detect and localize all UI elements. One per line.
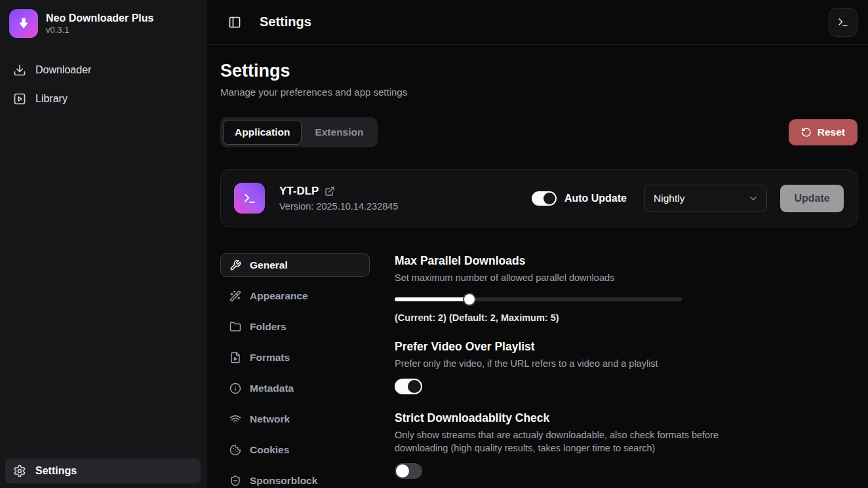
ytdlp-card: YT-DLP Version: 2025.10.14.232845 Auto U… <box>220 169 858 227</box>
settings-nav-cookies[interactable]: Cookies <box>220 438 370 462</box>
settings-nav-label: Cookies <box>250 444 289 456</box>
slider-knob[interactable] <box>463 293 476 306</box>
update-channel-value: Nightly <box>654 193 684 204</box>
wifi-icon <box>229 413 241 425</box>
chevron-down-icon <box>748 193 759 204</box>
setting-title: Strict Downloadablity Check <box>395 411 858 425</box>
app-logo <box>9 9 38 38</box>
settings-page: Settings Manage your preferences and app… <box>207 45 868 488</box>
app-identity: Neo Downloader Plus v0.3.1 <box>46 12 153 36</box>
main-area: Settings Settings Manage your preference… <box>207 0 868 488</box>
update-channel-select[interactable]: Nightly <box>644 185 767 212</box>
sidebar-item-downloader[interactable]: Downloader <box>5 58 202 83</box>
wand-sparkles-icon <box>229 290 241 302</box>
auto-update-toggle[interactable] <box>532 191 557 206</box>
sidebar-item-library[interactable]: Library <box>5 86 202 111</box>
tab-application[interactable]: Application <box>223 120 302 145</box>
page-subtitle: Manage your preferences and app settings <box>220 86 858 98</box>
cookie-icon <box>229 444 241 456</box>
topbar-title: Settings <box>260 14 311 29</box>
gear-icon <box>13 464 26 478</box>
reset-button[interactable]: Reset <box>789 119 858 145</box>
settings-nav-label: Network <box>250 413 290 425</box>
update-button[interactable]: Update <box>780 185 844 212</box>
download-arrow-icon <box>17 17 30 30</box>
slider-fill <box>395 297 469 301</box>
setting-prefer-video: Prefer Video Over Playlist Prefer only t… <box>395 340 858 394</box>
app-window: Neo Downloader Plus v0.3.1 Downloader Li… <box>0 0 868 488</box>
sidebar-item-label: Downloader <box>35 64 91 76</box>
sidebar-item-settings[interactable]: Settings <box>5 459 201 483</box>
settings-nav-label: Formats <box>250 352 290 364</box>
tabs-row: Application Extension Reset <box>220 117 858 147</box>
ytdlp-controls: Auto Update Nightly Update <box>532 185 844 212</box>
setting-description: Set maximum number of allowed parallel d… <box>395 271 858 284</box>
toggle-knob <box>543 193 555 204</box>
app-version: v0.3.1 <box>46 25 153 36</box>
general-settings-panel: Max Parallel Downloads Set maximum numbe… <box>395 253 858 488</box>
settings-tabs: Application Extension <box>220 117 378 147</box>
toggle-knob <box>396 464 409 478</box>
ytdlp-version: Version: 2025.10.14.232845 <box>279 201 398 212</box>
wrench-icon <box>229 259 241 271</box>
setting-description: Only show streams that are actualy downl… <box>395 428 737 455</box>
strict-check-toggle[interactable] <box>395 463 422 479</box>
app-name: Neo Downloader Plus <box>46 12 153 25</box>
settings-nav-folders[interactable]: Folders <box>220 314 370 339</box>
setting-max-parallel-downloads: Max Parallel Downloads Set maximum numbe… <box>395 254 858 323</box>
settings-body: General Appearance Folders <box>220 253 858 488</box>
download-icon <box>13 64 26 77</box>
external-link-icon[interactable] <box>325 186 335 197</box>
panel-left-icon <box>228 16 241 29</box>
terminal-button[interactable] <box>829 8 858 37</box>
settings-nav-general[interactable]: General <box>220 253 370 277</box>
prefer-video-toggle[interactable] <box>395 379 422 394</box>
terminal-icon <box>837 16 849 28</box>
settings-section-nav: General Appearance Folders <box>220 253 370 488</box>
play-square-icon <box>13 92 26 105</box>
settings-nav-label: Appearance <box>250 290 308 302</box>
info-circle-icon <box>229 383 241 394</box>
settings-nav-formats[interactable]: Formats <box>220 345 370 369</box>
ytdlp-badge <box>234 183 265 214</box>
max-parallel-slider[interactable] <box>395 293 682 306</box>
sidebar-nav: Downloader Library <box>5 58 202 111</box>
setting-title: Max Parallel Downloads <box>395 254 858 268</box>
file-video-icon <box>229 352 241 364</box>
settings-nav-metadata[interactable]: Metadata <box>220 376 370 400</box>
settings-nav-sponsorblock[interactable]: Sponsorblock <box>220 468 370 488</box>
page-title: Settings <box>220 61 858 81</box>
toggle-knob <box>408 380 421 393</box>
settings-nav-label: Metadata <box>250 383 294 394</box>
app-logo-row: Neo Downloader Plus v0.3.1 <box>5 9 202 38</box>
reset-button-label: Reset <box>818 126 845 138</box>
sidebar-item-label: Settings <box>35 465 77 477</box>
folder-icon <box>229 321 241 333</box>
ytdlp-info: YT-DLP Version: 2025.10.14.232845 <box>279 185 398 212</box>
sidebar-toggle-button[interactable] <box>227 14 243 30</box>
setting-description: Prefer only the video, if the URL refers… <box>395 357 858 370</box>
rotate-ccw-icon <box>801 127 812 138</box>
sidebar: Neo Downloader Plus v0.3.1 Downloader Li… <box>0 0 207 488</box>
shield-minus-icon <box>229 475 241 487</box>
setting-strict-check: Strict Downloadablity Check Only show st… <box>395 411 858 479</box>
settings-nav-label: Sponsorblock <box>250 475 317 487</box>
setting-meta: (Current: 2) (Default: 2, Maximum: 5) <box>395 312 858 323</box>
sidebar-item-label: Library <box>35 93 68 105</box>
tab-extension[interactable]: Extension <box>303 120 375 145</box>
setting-title: Prefer Video Over Playlist <box>395 340 858 354</box>
ytdlp-name: YT-DLP <box>279 185 319 198</box>
terminal-icon <box>243 192 256 205</box>
settings-nav-label: Folders <box>250 321 286 333</box>
auto-update-label: Auto Update <box>564 193 627 204</box>
topbar: Settings <box>207 0 868 45</box>
settings-nav-appearance[interactable]: Appearance <box>220 284 370 308</box>
settings-nav-network[interactable]: Network <box>220 407 370 431</box>
settings-nav-label: General <box>250 259 288 271</box>
